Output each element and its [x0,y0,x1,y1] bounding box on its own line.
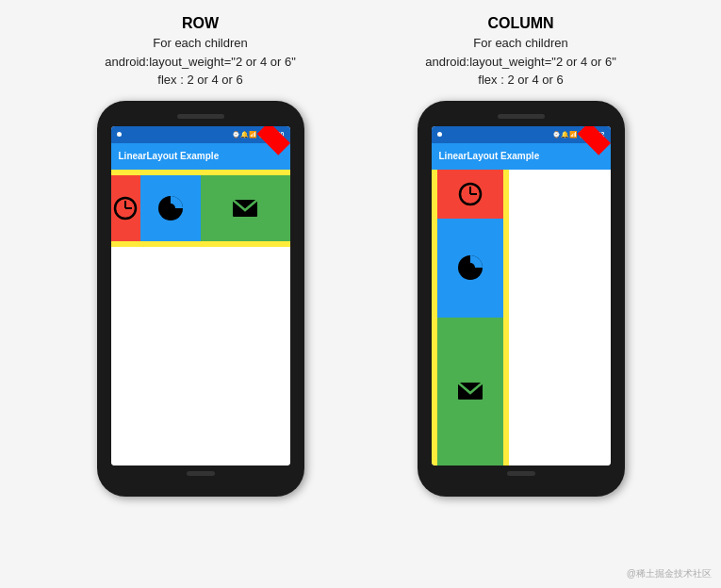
col-clock-icon [458,182,483,206]
col-status-dot [437,132,442,137]
row-subtitle-line2: android:layout_weight="2 or 4 or 6" [105,55,296,69]
phone-speaker-row [177,114,224,119]
row-phone: ⌚🔔📶🔋 11:50 LinearLayout Example [97,101,304,497]
col-items [437,170,503,466]
mail-icon [233,200,257,217]
row-status-dot [117,132,122,137]
col-app-bar-title: LinearLayout Example [439,151,540,161]
row-subtitle: For each children android:layout_weight=… [105,34,296,90]
watermark: @稀土掘金技术社区 [627,567,712,580]
phone-speaker-col [498,114,545,119]
clock-icon [113,196,138,220]
row-white-area [111,247,290,466]
column-title: COLUMN [487,15,553,32]
row-subtitle-line3: flex : 2 or 4 or 6 [157,73,242,87]
row-item-red [111,175,141,241]
row-app-bar: LinearLayout Example [111,143,290,170]
row-phone-screen: ⌚🔔📶🔋 11:50 LinearLayout Example [111,126,290,466]
col-item-blue [437,219,503,318]
column-section: COLUMN For each children android:layout_… [380,15,663,497]
row-section: ROW For each children android:layout_wei… [59,15,342,497]
column-subtitle-line1: For each children [473,36,567,50]
row-subtitle-line1: For each children [153,36,247,50]
svg-point-10 [466,263,475,272]
column-subtitle: For each children android:layout_weight=… [425,34,616,90]
col-phone-home [507,471,535,476]
row-item-blue [140,175,200,241]
row-items [111,175,290,241]
row-item-green [201,175,290,241]
col-item-red [437,170,503,219]
main-container: ROW For each children android:layout_wei… [0,15,721,497]
col-pie-icon [456,253,484,282]
row-title: ROW [182,15,219,32]
row-status-left [117,132,122,137]
col-white-area [509,170,611,466]
column-subtitle-line3: flex : 2 or 4 or 6 [478,73,563,87]
column-phone: ⌚🔔📶🔋 11:52 LinearLayout Example [418,101,625,497]
col-app-bar: LinearLayout Example [432,143,611,170]
col-layout [432,170,611,466]
row-phone-home [187,471,215,476]
col-status-left [437,132,442,137]
col-mail-icon [458,383,483,400]
column-phone-screen: ⌚🔔📶🔋 11:52 LinearLayout Example [432,126,611,466]
svg-point-4 [166,204,175,213]
col-item-green [437,318,503,466]
column-subtitle-line2: android:layout_weight="2 or 4 or 6" [425,55,616,69]
row-app-bar-title: LinearLayout Example [119,151,220,161]
pie-icon [156,194,185,222]
